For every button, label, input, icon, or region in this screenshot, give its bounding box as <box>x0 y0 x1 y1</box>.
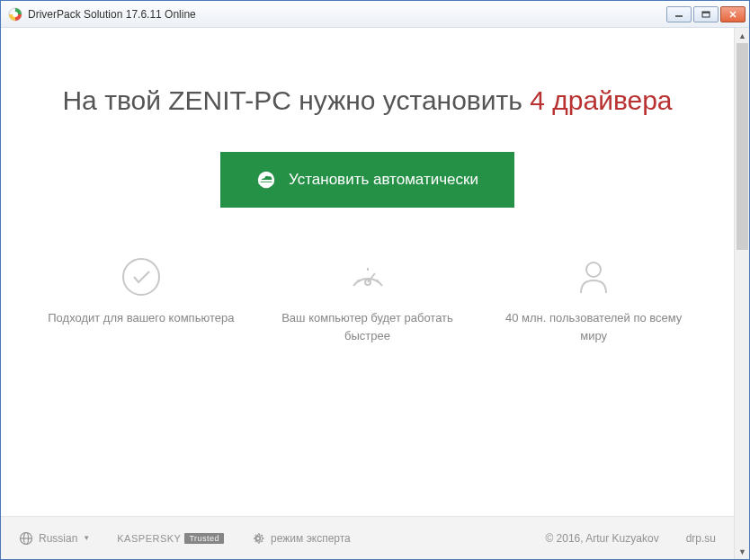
svg-line-13 <box>376 280 379 281</box>
kaspersky-badge: KASPERSKY Trusted <box>117 533 224 544</box>
language-selector[interactable]: Russian ▼ <box>19 531 90 546</box>
chevron-down-icon: ▼ <box>83 534 90 542</box>
install-auto-button[interactable]: Установить автоматически <box>220 152 514 208</box>
user-icon <box>574 257 613 297</box>
headline-count: 4 <box>530 85 545 115</box>
feature-compatible: Подходит для вашего компьютера <box>28 257 254 344</box>
app-window: DriverPack Solution 17.6.11 Online На тв… <box>0 0 750 560</box>
features-row: Подходит для вашего компьютера <box>1 257 734 344</box>
site-link[interactable]: drp.su <box>686 532 716 545</box>
svg-rect-8 <box>260 181 273 183</box>
expert-mode-toggle[interactable]: режим эксперта <box>251 531 351 546</box>
app-icon <box>8 7 22 22</box>
checkmark-icon <box>121 257 161 297</box>
titlebar: DriverPack Solution 17.6.11 Online <box>1 1 749 28</box>
feature-text: Подходит для вашего компьютера <box>41 309 241 327</box>
maximize-button[interactable] <box>693 6 719 22</box>
footer: Russian ▼ KASPERSKY Trusted режим экспер… <box>1 516 734 559</box>
scroll-down-arrow[interactable]: ▼ <box>735 544 749 559</box>
expert-mode-label: режим эксперта <box>271 532 351 545</box>
headline: На твой ZENIT-PC нужно установить 4 драй… <box>1 82 734 120</box>
close-button[interactable] <box>720 6 746 22</box>
feature-users: 40 млн. пользователей по всему миру <box>480 257 707 344</box>
svg-point-15 <box>586 262 601 277</box>
copyright: © 2016, Artur Kuzyakov <box>545 532 658 545</box>
headline-suffix: драйвера <box>545 85 673 115</box>
feature-text: Ваш компьютер будет работать быстрее <box>268 309 468 344</box>
gauge-icon <box>348 257 388 297</box>
scroll-thumb[interactable] <box>737 43 748 250</box>
main-content: На твой ZENIT-PC нужно установить 4 драй… <box>1 28 734 559</box>
scroll-up-arrow[interactable]: ▲ <box>735 28 749 43</box>
kaspersky-trusted: Trusted <box>184 533 224 544</box>
feature-faster: Ваш компьютер будет работать быстрее <box>254 257 481 344</box>
window-controls <box>666 6 746 22</box>
globe-icon <box>19 531 33 546</box>
minimize-button[interactable] <box>666 6 692 22</box>
scrollbar[interactable]: ▲ ▼ <box>734 28 749 559</box>
gear-icon <box>251 531 265 546</box>
svg-line-11 <box>368 273 375 282</box>
install-button-label: Установить автоматически <box>289 171 478 189</box>
svg-point-1 <box>13 12 18 17</box>
feature-text: 40 млн. пользователей по всему миру <box>494 309 693 344</box>
install-icon <box>256 170 276 190</box>
window-title: DriverPack Solution 17.6.11 Online <box>28 8 666 21</box>
language-label: Russian <box>39 532 77 545</box>
headline-prefix: На твой ZENIT-PC нужно установить <box>62 85 530 115</box>
svg-point-9 <box>123 259 159 295</box>
svg-line-12 <box>357 280 360 281</box>
kaspersky-brand: KASPERSKY <box>117 533 181 544</box>
